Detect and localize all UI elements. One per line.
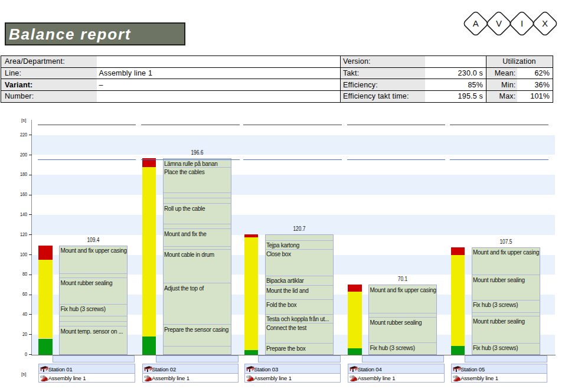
- svg-text:A: A: [473, 18, 479, 28]
- svg-text:I: I: [521, 18, 523, 28]
- svg-text:V: V: [496, 18, 502, 28]
- svg-text:X: X: [542, 18, 548, 28]
